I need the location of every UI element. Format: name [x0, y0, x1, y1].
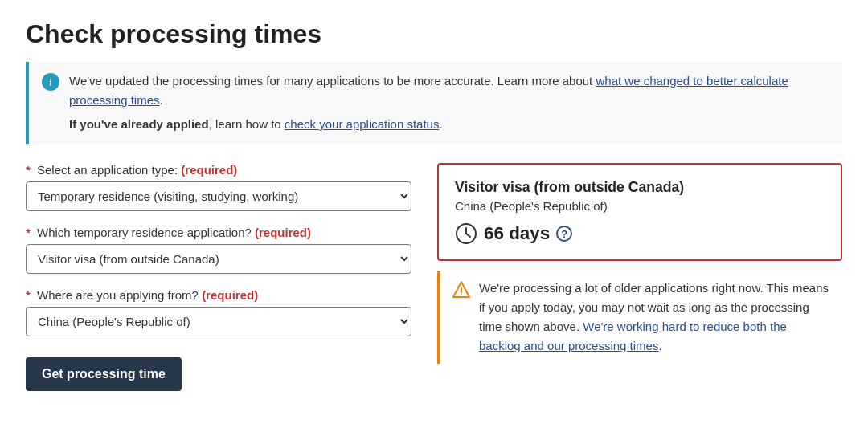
country-select[interactable]: China (People's Republic of) — [26, 307, 411, 336]
bold-applied-text: If you've already applied — [69, 117, 209, 131]
application-type-label: * Select an application type: (required) — [26, 163, 411, 177]
info-banner-text: We've updated the processing times for m… — [69, 71, 829, 134]
svg-line-2 — [466, 234, 470, 237]
text3: , learn how to — [209, 117, 285, 131]
info-banner: i We've updated the processing times for… — [26, 62, 842, 144]
warning-text: We're processing a lot of older applicat… — [479, 279, 831, 356]
get-processing-time-button[interactable]: Get processing time — [26, 357, 182, 391]
help-icon[interactable]: ? — [556, 226, 572, 242]
field3-required: (required) — [202, 288, 258, 302]
field2-star: * — [26, 226, 31, 239]
field3-label-text: Where are you applying from? — [37, 288, 199, 302]
field1-star: * — [26, 163, 31, 177]
warning-icon — [452, 280, 471, 356]
result-days-text: 66 days — [484, 223, 550, 244]
application-type-group: * Select an application type: (required)… — [26, 163, 411, 211]
application-status-link[interactable]: check your application status — [285, 117, 440, 131]
main-layout: * Select an application type: (required)… — [26, 163, 842, 391]
info-icon: i — [42, 73, 59, 91]
application-type-select[interactable]: Temporary residence (visiting, studying,… — [26, 181, 411, 211]
left-panel: * Select an application type: (required)… — [26, 163, 411, 391]
field2-label-text: Which temporary residence application? — [37, 226, 252, 239]
country-group: * Where are you applying from? (required… — [26, 288, 411, 336]
right-panel: Visitor visa (from outside Canada) China… — [437, 163, 842, 364]
warning-notice: We're processing a lot of older applicat… — [437, 271, 842, 364]
page-title: Check processing times — [26, 19, 842, 49]
text4: . — [439, 117, 442, 131]
clock-icon — [455, 222, 477, 245]
result-days-row: 66 days ? — [455, 222, 825, 245]
temp-residence-group: * Which temporary residence application?… — [26, 226, 411, 274]
result-card-title: Visitor visa (from outside Canada) — [455, 179, 825, 196]
country-label: * Where are you applying from? (required… — [26, 288, 411, 302]
result-card-country: China (People's Republic of) — [455, 199, 825, 213]
info-period-1: . — [160, 93, 163, 107]
temp-residence-label: * Which temporary residence application?… — [26, 226, 411, 239]
field3-star: * — [26, 288, 31, 302]
svg-point-4 — [461, 294, 462, 295]
warning-period: . — [658, 339, 661, 352]
field1-required: (required) — [181, 163, 237, 177]
temp-residence-select[interactable]: Visitor visa (from outside Canada) — [26, 244, 411, 274]
result-card: Visitor visa (from outside Canada) China… — [437, 163, 842, 261]
info-text-1: We've updated the processing times for m… — [69, 74, 596, 88]
field1-label-text: Select an application type: — [37, 163, 178, 177]
already-applied-line: If you've already applied, learn how to … — [69, 115, 829, 134]
field2-required: (required) — [255, 226, 311, 239]
